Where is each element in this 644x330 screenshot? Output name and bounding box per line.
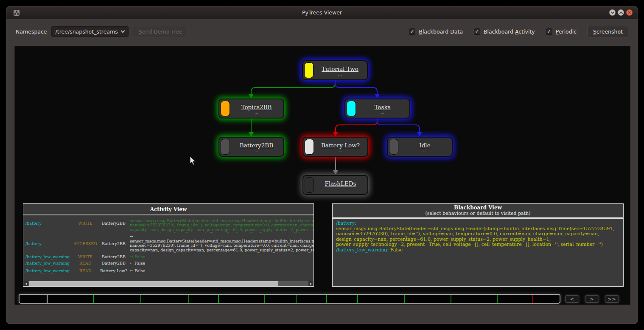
checkbox-label: Blackboard Data — [419, 28, 463, 35]
activity-operation: WRITE — [73, 221, 98, 226]
chevron-down-icon — [610, 10, 614, 14]
arrowhead-icon — [375, 94, 380, 98]
arrowhead-icon — [417, 132, 422, 136]
send-demo-tree-button[interactable]: Send Demo Tree — [133, 26, 188, 37]
timeline-tick — [188, 295, 189, 303]
activity-row[interactable]: /battery_low_warning WRITE Battery2BB → … — [23, 254, 314, 260]
arrowhead-icon — [249, 132, 254, 136]
edge-tasks-idle — [377, 118, 420, 132]
activity-variable: /battery — [25, 221, 73, 226]
app-window: PyTrees Viewer × Namespace /tree/snapsho… — [6, 6, 638, 324]
timeline-tick — [140, 295, 141, 303]
tree-node-idle[interactable]: Idle... — [387, 137, 453, 157]
node-subtitle: ... — [255, 111, 259, 114]
activity-behaviour: Battery2BB — [98, 242, 130, 246]
tree-node-tasks[interactable]: Tasks... — [344, 99, 410, 118]
timeline-tick — [218, 295, 219, 303]
scrollbar-thumb[interactable] — [29, 281, 278, 286]
timeline-last-button[interactable]: >> — [605, 295, 619, 303]
timeline-tick — [357, 295, 358, 303]
minimize-button[interactable] — [609, 9, 616, 16]
activity-behaviour: Battery2BB — [98, 255, 130, 259]
blackboard-view-panel: Blackboard View (select behaviours or de… — [332, 203, 624, 287]
scroll-right-icon[interactable]: ▶ — [308, 281, 314, 286]
timeline-tick — [264, 295, 265, 303]
title-bar[interactable]: PyTrees Viewer × — [6, 6, 638, 19]
activity-value: ← False — [130, 269, 314, 274]
toolbar: Namespace /tree/snapshot_streams Send De… — [16, 25, 628, 38]
checkbox-blackboard-data[interactable]: ✓ Blackboard Data — [409, 28, 463, 35]
activity-operation: WRITE — [73, 255, 98, 259]
tree-node-tutorial-two[interactable]: Tutorial Two... — [302, 60, 368, 80]
node-title: Battery2BB — [240, 142, 273, 149]
blackboard-value: False — [390, 247, 403, 253]
namespace-label: Namespace — [16, 28, 47, 35]
blackboard-view-title: Blackboard View — [333, 205, 623, 211]
blackboard-key: /battery: — [336, 220, 356, 226]
node-status-pill — [347, 101, 356, 116]
activity-variable: /battery_low_warning — [25, 261, 73, 266]
node-title: Battery Low? — [321, 142, 360, 149]
blackboard-value: sensor_msgs.msg.BatteryState(header=std_… — [336, 226, 614, 248]
activity-row[interactable]: /battery_low_warning READ Battery2BB ← F… — [23, 260, 314, 267]
tree-node-flashleds[interactable]: FlashLEDs... — [302, 175, 368, 195]
activity-variable: /battery — [25, 242, 73, 246]
chevron-up-icon — [619, 11, 622, 15]
horizontal-scrollbar[interactable]: ◀ ▶ — [23, 281, 314, 286]
arrowhead-icon — [249, 94, 254, 98]
activity-view-panel: Activity View /battery WRITE Battery2BB … — [23, 203, 314, 287]
timeline-tick — [532, 295, 533, 303]
activity-view-title: Activity View — [150, 206, 187, 212]
checkbox-icon[interactable]: ✓ — [409, 28, 415, 35]
activity-value: ← False — [130, 261, 314, 266]
node-subtitle: ... — [381, 111, 385, 114]
checkbox-periodic[interactable]: ✓ Periodic — [546, 28, 577, 35]
checkbox-blackboard-activity[interactable]: ✓ Blackboard Activity — [474, 28, 535, 35]
blackboard-view-header: Blackboard View (select behaviours or de… — [333, 204, 623, 219]
tree-node-battery2bb[interactable]: Battery2BB... — [218, 137, 284, 157]
timeline-tick — [404, 295, 405, 303]
tree-canvas[interactable]: Tutorial Two... Topics2BB... Tasks... Ba… — [14, 46, 630, 305]
edge-tasks-batterylow — [336, 118, 377, 132]
activity-row[interactable]: /battery ACCESSED Battery2BB ↔ sensor_ms… — [23, 234, 314, 254]
timeline-next-button[interactable]: > — [585, 295, 599, 303]
node-title: Idle — [419, 142, 430, 149]
arrowhead-icon — [333, 132, 338, 136]
timeline-tick — [93, 295, 94, 303]
activity-operation: ACCESSED — [73, 242, 98, 246]
maximize-button[interactable] — [618, 9, 624, 16]
activity-row[interactable]: /battery_low_warning READ Battery Low? ←… — [23, 266, 314, 276]
blackboard-view-subtitle: (select behaviours or default to visited… — [333, 211, 623, 216]
tree-node-topics2bb[interactable]: Topics2BB... — [218, 99, 284, 118]
node-subtitle: ... — [339, 149, 343, 152]
tree-node-battery-low[interactable]: Battery Low?... — [302, 137, 368, 157]
timeline[interactable] — [19, 294, 560, 304]
close-icon: × — [627, 10, 631, 15]
activity-operation: READ — [73, 269, 98, 274]
scroll-left-icon[interactable]: ◀ — [23, 281, 28, 286]
timeline-tick — [497, 295, 498, 303]
edge-tutorial-topics — [251, 80, 335, 94]
close-button[interactable]: × — [626, 9, 633, 16]
timeline-tick — [47, 295, 48, 303]
checkbox-icon[interactable]: ✓ — [474, 28, 480, 35]
checkbox-icon[interactable]: ✓ — [546, 28, 552, 35]
timeline-prev-button[interactable]: < — [565, 295, 579, 303]
screenshot-button[interactable]: Screenshot — [588, 26, 628, 37]
timeline-tick — [296, 295, 297, 303]
window-title: PyTrees Viewer — [6, 9, 638, 16]
activity-operation: READ — [73, 261, 98, 266]
node-subtitle: ... — [423, 149, 427, 152]
node-subtitle: ... — [338, 73, 342, 76]
namespace-select[interactable]: /tree/snapshot_streams — [51, 26, 129, 37]
namespace-value: /tree/snapshot_streams — [56, 28, 118, 35]
activity-rows: /battery WRITE Battery2BB → sensor_msgs.… — [23, 213, 314, 280]
blackboard-content: /battery: sensor_msgs.msg.BatteryState(h… — [333, 219, 623, 253]
activity-row[interactable]: /battery WRITE Battery2BB → sensor_msgs.… — [23, 213, 314, 234]
activity-variable: /battery_low_warning — [25, 255, 73, 259]
node-status-pill — [221, 139, 230, 155]
node-title: FlashLEDs — [325, 180, 356, 187]
checkbox-label: Blackboard Activity — [484, 28, 535, 35]
app-icon — [13, 9, 20, 16]
edge-tutorial-tasks — [335, 80, 377, 94]
